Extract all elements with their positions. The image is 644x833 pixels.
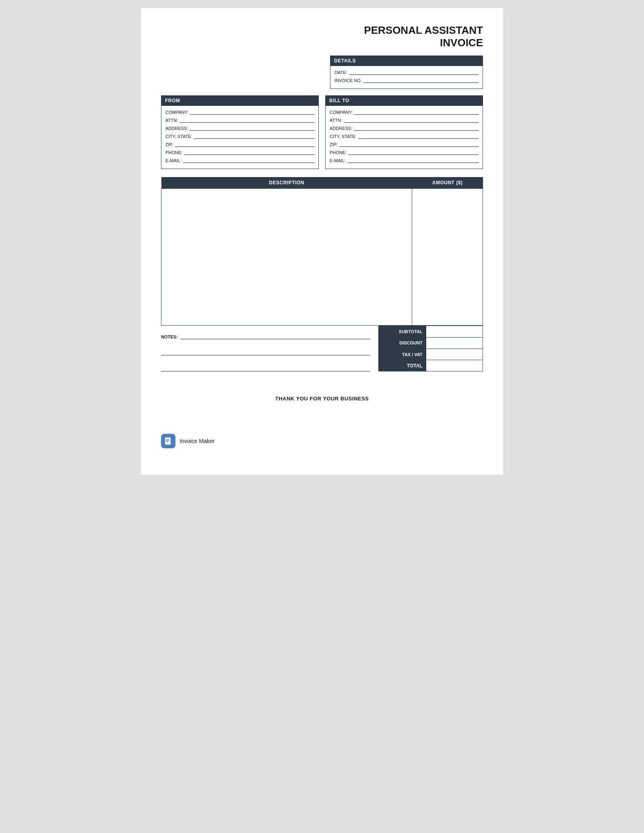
tax-row: TAX / VAT bbox=[379, 348, 483, 360]
subtotal-label: SUBTOTAL bbox=[379, 326, 426, 337]
footer: Invoice Maker bbox=[161, 434, 483, 448]
totals-table: SUBTOTAL DISCOUNT TAX / VAT TOTAL bbox=[378, 326, 483, 371]
billto-address-input[interactable] bbox=[354, 125, 479, 131]
invoice-maker-icon bbox=[164, 437, 173, 445]
billto-email-input[interactable] bbox=[347, 157, 479, 163]
from-email-label: E-MAIL: bbox=[165, 158, 182, 163]
billto-zip-input[interactable] bbox=[339, 141, 479, 147]
discount-row: DISCOUNT bbox=[379, 337, 483, 348]
details-body: DATE: INVOICE NO. bbox=[330, 66, 483, 89]
table-row bbox=[161, 189, 483, 326]
details-section: DETAILS DATE: INVOICE NO. bbox=[330, 56, 483, 89]
from-company-row: COMPANY: bbox=[165, 109, 314, 115]
title-line1: PERSONAL ASSISTANT bbox=[330, 24, 483, 37]
from-address-label: ADDRESS: bbox=[165, 126, 188, 131]
billto-email-row: E-MAIL: bbox=[330, 157, 479, 163]
discount-value[interactable] bbox=[426, 337, 483, 348]
billto-company-label: COMPANY: bbox=[330, 110, 353, 115]
invoice-no-field-row: INVOICE NO. bbox=[334, 77, 479, 83]
description-col-header: DESCRIPTION bbox=[161, 177, 412, 189]
billto-city-row: CITY, STATE: bbox=[330, 133, 479, 139]
billto-city-label: CITY, STATE: bbox=[330, 134, 357, 139]
total-label: TOTAL bbox=[379, 360, 426, 371]
from-company-input[interactable] bbox=[190, 109, 314, 115]
from-zip-row: ZIP: bbox=[165, 141, 314, 147]
from-phone-row: PHONE: bbox=[165, 149, 314, 155]
billto-header: BILL TO bbox=[325, 95, 483, 106]
subtotal-value[interactable] bbox=[426, 326, 483, 337]
from-phone-input[interactable] bbox=[184, 149, 314, 155]
notes-line3[interactable] bbox=[161, 364, 370, 371]
svg-rect-2 bbox=[166, 440, 170, 441]
tax-label: TAX / VAT bbox=[379, 348, 426, 360]
description-cell[interactable] bbox=[161, 189, 412, 326]
billto-body: COMPANY: ATTN: ADDRESS: CITY, STATE: ZIP… bbox=[325, 106, 483, 169]
invoice-page: PERSONAL ASSISTANT INVOICE DETAILS DATE:… bbox=[141, 8, 503, 475]
billto-address-label: ADDRESS: bbox=[330, 126, 352, 131]
details-header: DETAILS bbox=[330, 56, 483, 66]
app-name: Invoice Maker bbox=[180, 438, 215, 444]
svg-rect-0 bbox=[165, 437, 171, 445]
notes-area: NOTES: bbox=[161, 326, 378, 371]
invoice-no-input-line[interactable] bbox=[363, 77, 479, 83]
billto-section: BILL TO COMPANY: ATTN: ADDRESS: CITY, ST… bbox=[325, 95, 483, 169]
billto-phone-row: PHONE: bbox=[330, 149, 479, 155]
billto-phone-input[interactable] bbox=[348, 149, 479, 155]
from-company-label: COMPANY: bbox=[165, 110, 188, 115]
from-phone-label: PHONE: bbox=[165, 150, 182, 155]
billto-attn-label: ATTN: bbox=[330, 118, 342, 123]
billto-phone-label: PHONE: bbox=[330, 150, 347, 155]
billto-city-input[interactable] bbox=[358, 133, 479, 139]
billto-zip-row: ZIP: bbox=[330, 141, 479, 147]
notes-line2[interactable] bbox=[161, 348, 370, 355]
from-zip-input[interactable] bbox=[175, 141, 314, 147]
from-header: FROM bbox=[161, 95, 319, 106]
from-zip-label: ZIP: bbox=[165, 142, 173, 147]
title-line2: INVOICE bbox=[330, 37, 483, 49]
from-address-input[interactable] bbox=[190, 125, 314, 131]
from-body: COMPANY: ATTN: ADDRESS: CITY, STATE: ZIP… bbox=[161, 106, 319, 169]
description-table: DESCRIPTION AMOUNT ($) bbox=[161, 177, 483, 326]
total-row: TOTAL bbox=[379, 360, 483, 371]
billto-company-row: COMPANY: bbox=[330, 109, 479, 115]
billto-email-label: E-MAIL: bbox=[330, 158, 346, 163]
from-address-row: ADDRESS: bbox=[165, 125, 314, 131]
total-value[interactable] bbox=[426, 360, 483, 371]
amount-col-header: AMOUNT ($) bbox=[412, 177, 483, 189]
date-label: DATE: bbox=[334, 70, 347, 75]
from-city-label: CITY, STATE: bbox=[165, 134, 192, 139]
date-input-line[interactable] bbox=[349, 69, 479, 75]
subtotal-row: SUBTOTAL bbox=[379, 326, 483, 337]
date-field-row: DATE: bbox=[334, 69, 479, 75]
amount-cell[interactable] bbox=[412, 189, 483, 326]
billto-attn-row: ATTN: bbox=[330, 117, 479, 123]
notes-label: NOTES: bbox=[161, 334, 178, 339]
invoice-no-label: INVOICE NO. bbox=[334, 78, 362, 83]
billto-attn-input[interactable] bbox=[344, 117, 479, 123]
svg-rect-1 bbox=[166, 439, 169, 440]
notes-line1[interactable] bbox=[180, 334, 370, 339]
billto-address-row: ADDRESS: bbox=[330, 125, 479, 131]
from-city-row: CITY, STATE: bbox=[165, 133, 314, 139]
from-city-input[interactable] bbox=[194, 133, 314, 139]
app-icon bbox=[161, 434, 175, 448]
from-section: FROM COMPANY: ATTN: ADDRESS: CITY, STATE… bbox=[161, 95, 319, 169]
bottom-section: NOTES: SUBTOTAL DISCOUNT TAX / VAT TOTAL bbox=[161, 326, 483, 371]
billto-zip-label: ZIP: bbox=[330, 142, 338, 147]
tax-value[interactable] bbox=[426, 348, 483, 360]
from-email-row: E-MAIL: bbox=[165, 157, 314, 163]
svg-rect-3 bbox=[166, 441, 168, 442]
thank-you-text: THANK YOU FOR YOUR BUSINESS bbox=[161, 396, 483, 402]
from-attn-label: ATTN: bbox=[165, 118, 178, 123]
billto-company-input[interactable] bbox=[354, 109, 479, 115]
discount-label: DISCOUNT bbox=[379, 337, 426, 348]
from-attn-row: ATTN: bbox=[165, 117, 314, 123]
invoice-title: PERSONAL ASSISTANT INVOICE bbox=[330, 24, 483, 49]
from-attn-input[interactable] bbox=[180, 117, 314, 123]
from-billto-section: FROM COMPANY: ATTN: ADDRESS: CITY, STATE… bbox=[161, 95, 483, 169]
from-email-input[interactable] bbox=[183, 157, 314, 163]
